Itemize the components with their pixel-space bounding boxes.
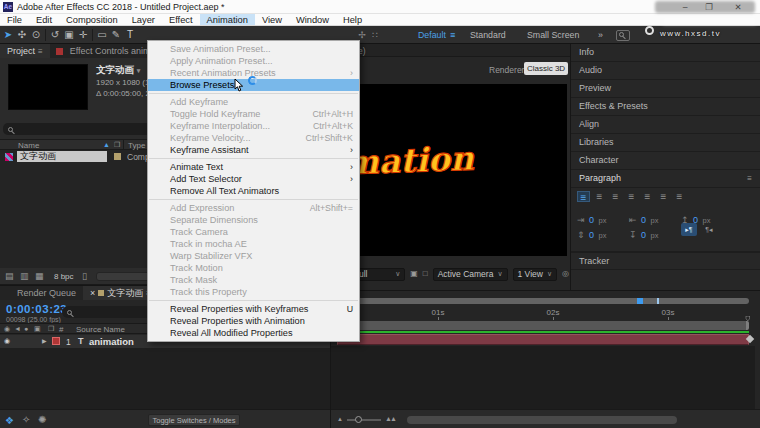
maximize-button[interactable]: ❐ bbox=[700, 0, 718, 14]
audio-icon[interactable]: ◄ bbox=[14, 325, 21, 332]
horizontal-scrollbar[interactable] bbox=[407, 416, 677, 424]
panel-info[interactable]: Info bbox=[571, 44, 760, 62]
menu-effect[interactable]: Effect bbox=[162, 14, 200, 25]
snapping-icon[interactable]: ∷ bbox=[369, 26, 381, 44]
sort-ascending-icon[interactable]: ▲ bbox=[103, 141, 110, 148]
menu-item-track-this-property[interactable]: Track this Property bbox=[148, 286, 359, 298]
camera-tool-icon[interactable]: ▣ bbox=[63, 26, 75, 44]
transparency-grid-icon[interactable]: □ bbox=[423, 270, 428, 278]
zoom-tool-icon[interactable]: ⊙ bbox=[30, 26, 42, 44]
column-source-name[interactable]: Source Name bbox=[76, 325, 125, 334]
work-area-bar[interactable] bbox=[337, 321, 749, 330]
justify-last-left-icon[interactable]: ≡ bbox=[625, 191, 638, 202]
menu-item-apply-animation-preset[interactable]: Apply Animation Preset... bbox=[148, 55, 359, 67]
menu-item-separate-dimensions[interactable]: Separate Dimensions bbox=[148, 214, 359, 226]
shape-tool-icon[interactable]: ▭ bbox=[96, 26, 108, 44]
region-of-interest-icon[interactable]: ▣ bbox=[410, 270, 418, 278]
menu-animation[interactable]: Animation bbox=[200, 14, 255, 25]
menu-item-reveal-properties-with-keyframes[interactable]: Reveal Properties with Keyframes U bbox=[148, 303, 359, 315]
space-after-field[interactable]: ↧ 0 px bbox=[629, 224, 658, 242]
panel-preview[interactable]: Preview bbox=[571, 80, 760, 98]
menu-item-save-animation-preset[interactable]: Save Animation Preset... bbox=[148, 43, 359, 55]
selection-tool-icon[interactable]: ➤ bbox=[2, 26, 14, 44]
menu-item-add-text-selector[interactable]: Add Text Selector › bbox=[148, 173, 359, 185]
menu-item-animate-text[interactable]: Animate Text › bbox=[148, 161, 359, 173]
layer-color-swatch[interactable] bbox=[52, 337, 60, 345]
expander-icon[interactable]: ▶ bbox=[42, 337, 47, 344]
column-type[interactable]: Type bbox=[128, 141, 145, 150]
pan-behind-tool-icon[interactable]: ✛ bbox=[77, 26, 89, 44]
project-thumbnail[interactable] bbox=[8, 64, 88, 110]
justify-last-center-icon[interactable]: ≡ bbox=[641, 191, 654, 202]
navigator-playhead[interactable] bbox=[637, 298, 643, 304]
panel-menu-icon[interactable]: ≡ bbox=[38, 47, 43, 56]
hand-tool-icon[interactable]: ✣ bbox=[16, 26, 28, 44]
minimize-button[interactable]: – bbox=[676, 0, 694, 14]
menu-composition[interactable]: Composition bbox=[59, 14, 125, 25]
tab-project[interactable]: Project ≡ bbox=[0, 44, 50, 58]
time-navigator-bar[interactable] bbox=[337, 298, 749, 304]
composition-viewport[interactable]: animation bbox=[338, 84, 567, 256]
pen-tool-icon[interactable]: ✎ bbox=[110, 26, 122, 44]
menu-item-track-camera[interactable]: Track Camera bbox=[148, 226, 359, 238]
type-tool-icon[interactable]: T bbox=[124, 26, 136, 44]
column-layer-number[interactable]: # bbox=[59, 325, 63, 334]
align-left-icon[interactable]: ≡ bbox=[577, 191, 590, 202]
panel-effects-presets[interactable]: Effects & Presets bbox=[571, 98, 760, 116]
workspace-overflow[interactable]: » bbox=[598, 26, 603, 44]
menu-edit[interactable]: Edit bbox=[29, 14, 59, 25]
zoom-in-mountain-icon[interactable]: ▲▲ bbox=[385, 415, 395, 422]
close-icon[interactable]: × bbox=[90, 288, 95, 298]
align-center-icon[interactable]: ≡ bbox=[593, 191, 606, 202]
solo-icon[interactable]: ● bbox=[24, 325, 28, 332]
rotation-tool-icon[interactable]: ↺ bbox=[49, 26, 61, 44]
menu-item-track-mask[interactable]: Track Mask bbox=[148, 274, 359, 286]
delete-icon[interactable]: ▯ bbox=[82, 272, 87, 281]
panel-libraries[interactable]: Libraries bbox=[571, 134, 760, 152]
zoom-slider-knob[interactable] bbox=[355, 416, 362, 423]
frame-blending-icon[interactable]: ❖ bbox=[5, 415, 14, 426]
menu-item-track-motion[interactable]: Track Motion bbox=[148, 262, 359, 274]
lock-icon[interactable]: ▣ bbox=[34, 325, 41, 332]
interpret-footage-icon[interactable]: ▤ bbox=[5, 272, 14, 281]
timeline-zoom-slider[interactable] bbox=[347, 419, 381, 421]
tab-render-queue[interactable]: Render Queue bbox=[10, 286, 83, 300]
bit-depth-label[interactable]: 8 bpc bbox=[54, 272, 74, 281]
workspace-standard[interactable]: Standard bbox=[470, 26, 506, 44]
column-name[interactable]: Name bbox=[18, 141, 39, 150]
menu-item-add-expression[interactable]: Add Expression Alt+Shift+= bbox=[148, 202, 359, 214]
menu-item-add-keyframe[interactable]: Add Keyframe bbox=[148, 96, 359, 108]
menu-layer[interactable]: Layer bbox=[125, 14, 162, 25]
workspace-default[interactable]: Default bbox=[418, 26, 446, 44]
workspace-small-screen[interactable]: Small Screen bbox=[527, 26, 579, 44]
time-ruler[interactable]: 01s 02s 03s bbox=[331, 307, 760, 320]
menu-item-reveal-properties-with-animation[interactable]: Reveal Properties with Animation bbox=[148, 315, 359, 327]
label-color-icon[interactable]: ❐ bbox=[48, 325, 54, 332]
renderer-button[interactable]: Classic 3D bbox=[524, 62, 568, 75]
align-right-icon[interactable]: ≡ bbox=[609, 191, 622, 202]
menu-item-track-in-mocha-ae[interactable]: Track in mocha AE bbox=[148, 238, 359, 250]
layer-duration-bar[interactable] bbox=[337, 334, 749, 345]
panel-tracker[interactable]: Tracker bbox=[571, 252, 760, 270]
camera-icon[interactable]: ◎ bbox=[562, 270, 569, 278]
panel-menu-icon[interactable]: ≡ bbox=[747, 170, 752, 187]
current-timecode[interactable]: 0:00:03:23 bbox=[6, 303, 67, 315]
workspace-search-icon[interactable] bbox=[616, 30, 630, 41]
project-comp-name[interactable]: 文字动画 ▾ bbox=[96, 64, 140, 77]
panel-paragraph-header[interactable]: Paragraph ≡ bbox=[571, 170, 760, 188]
label-color-icon[interactable]: ❐ bbox=[114, 141, 120, 148]
panel-audio[interactable]: Audio bbox=[571, 62, 760, 80]
menu-item-keyframe-velocity[interactable]: Keyframe Velocity... Ctrl+Shift+K bbox=[148, 132, 359, 144]
project-row-name[interactable]: 文字动画 bbox=[17, 151, 107, 162]
layer-name[interactable]: animation bbox=[89, 336, 134, 347]
first-line-indent-field[interactable]: ⇕ 0 px bbox=[577, 224, 606, 242]
timeline-search-input[interactable] bbox=[62, 306, 158, 318]
menu-item-remove-all-text-animators[interactable]: Remove All Text Animators bbox=[148, 185, 359, 197]
menu-window[interactable]: Window bbox=[289, 14, 336, 25]
new-composition-icon[interactable]: ▦ bbox=[35, 272, 44, 281]
toggle-switches-button[interactable]: Toggle Switches / Modes bbox=[148, 414, 240, 426]
zoom-out-mountain-icon[interactable]: ▲ bbox=[337, 416, 343, 422]
label-swatch[interactable] bbox=[114, 153, 121, 160]
justify-last-right-icon[interactable]: ≡ bbox=[657, 191, 670, 202]
text-direction-rtl-button[interactable]: ¶◂ bbox=[701, 223, 717, 236]
